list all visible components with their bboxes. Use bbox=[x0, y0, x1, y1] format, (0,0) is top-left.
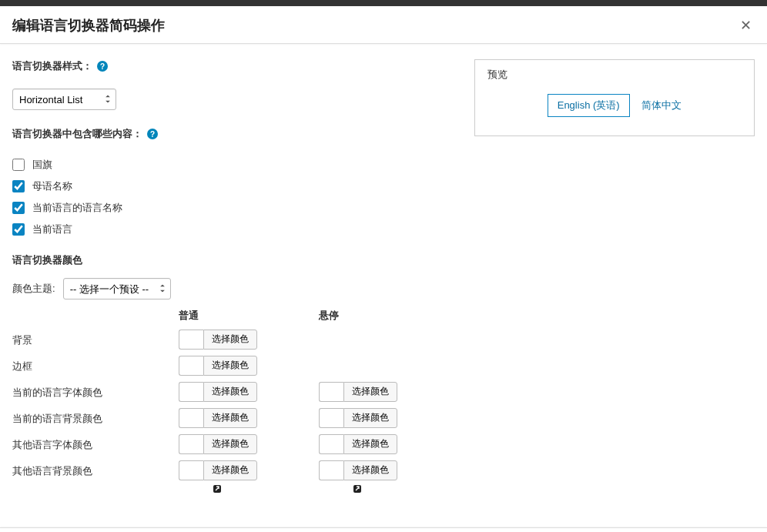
pick-color-button[interactable]: 选择颜色 bbox=[203, 460, 257, 480]
color-row-label: 当前的语言背景颜色 bbox=[12, 412, 179, 426]
reset-row bbox=[12, 484, 459, 498]
color-picker[interactable]: 选择颜色 bbox=[179, 408, 257, 428]
pick-color-button[interactable]: 选择颜色 bbox=[203, 330, 257, 350]
colors-title: 语言切换器颜色 bbox=[12, 253, 459, 267]
close-button[interactable]: ✕ bbox=[737, 14, 755, 37]
include-option-native: 母语名称 bbox=[12, 179, 459, 193]
preview-title: 预览 bbox=[487, 68, 742, 82]
color-swatch[interactable] bbox=[179, 434, 203, 454]
dialog: 编辑语言切换器简码操作 ✕ 语言切换器样式： ? Horizontal List bbox=[0, 6, 767, 532]
color-swatch[interactable] bbox=[179, 408, 203, 428]
color-cell-normal: 选择颜色 bbox=[179, 434, 319, 457]
color-cell-normal: 选择颜色 bbox=[179, 408, 319, 430]
color-row: 边框选择颜色 bbox=[12, 353, 459, 380]
color-swatch[interactable] bbox=[179, 330, 203, 350]
checkbox-flag[interactable] bbox=[12, 159, 25, 171]
reset-icon[interactable] bbox=[353, 484, 362, 496]
color-picker[interactable]: 选择颜色 bbox=[319, 434, 397, 454]
theme-select[interactable]: -- 选择一个预设 -- bbox=[63, 278, 171, 299]
pick-color-button[interactable]: 选择颜色 bbox=[203, 434, 257, 454]
theme-label: 颜色主题: bbox=[12, 282, 55, 296]
col-normal: 普通 bbox=[179, 309, 319, 323]
color-row-label: 当前的语言字体颜色 bbox=[12, 386, 179, 400]
color-row-label: 背景 bbox=[12, 333, 179, 347]
include-option-current: 当前语言 bbox=[12, 223, 459, 236]
help-icon[interactable]: ? bbox=[97, 61, 108, 72]
dialog-header: 编辑语言切换器简码操作 ✕ bbox=[0, 6, 767, 44]
style-select[interactable]: Horizontal List bbox=[12, 89, 116, 110]
color-cell-hover: 选择颜色 bbox=[319, 408, 459, 430]
close-icon: ✕ bbox=[740, 18, 752, 33]
preview-current-language[interactable]: English (英语) bbox=[548, 94, 630, 117]
checkbox-label: 当前语言的语言名称 bbox=[32, 201, 122, 215]
settings-column: 语言切换器样式： ? Horizontal List 语言切换器中包含哪些内容： bbox=[12, 59, 459, 515]
color-swatch[interactable] bbox=[319, 460, 343, 480]
color-swatch[interactable] bbox=[179, 382, 203, 402]
color-row: 背景选择颜色 bbox=[12, 327, 459, 353]
color-swatch[interactable] bbox=[179, 356, 203, 376]
pick-color-button[interactable]: 选择颜色 bbox=[343, 408, 397, 428]
color-swatch[interactable] bbox=[319, 382, 343, 402]
color-cell-normal: 选择颜色 bbox=[179, 382, 319, 404]
style-label: 语言切换器样式： bbox=[12, 59, 92, 73]
color-picker[interactable]: 选择颜色 bbox=[179, 434, 257, 454]
preview-languages: English (英语) 简体中文 bbox=[487, 94, 742, 117]
color-picker[interactable]: 选择颜色 bbox=[319, 408, 397, 428]
pick-color-button[interactable]: 选择颜色 bbox=[203, 356, 257, 376]
color-cell-hover: 选择颜色 bbox=[319, 382, 459, 404]
dialog-footer: 取消 保存 bbox=[0, 527, 767, 532]
color-row-label: 其他语言背景颜色 bbox=[12, 464, 179, 478]
help-icon[interactable]: ? bbox=[147, 129, 158, 139]
col-hover: 悬停 bbox=[319, 309, 459, 323]
color-row: 当前的语言背景颜色选择颜色选择颜色 bbox=[12, 406, 459, 432]
color-picker[interactable]: 选择颜色 bbox=[319, 460, 397, 480]
color-swatch[interactable] bbox=[319, 408, 343, 428]
color-row-label: 其他语言字体颜色 bbox=[12, 438, 179, 452]
color-row: 其他语言背景颜色选择颜色选择颜色 bbox=[12, 458, 459, 484]
color-picker[interactable]: 选择颜色 bbox=[179, 460, 257, 480]
color-cell-hover: 选择颜色 bbox=[319, 460, 459, 483]
color-cell-normal: 选择颜色 bbox=[179, 330, 319, 352]
pick-color-button[interactable]: 选择颜色 bbox=[343, 460, 397, 480]
pick-color-button[interactable]: 选择颜色 bbox=[343, 382, 397, 402]
color-row: 当前的语言字体颜色选择颜色选择颜色 bbox=[12, 380, 459, 406]
checkbox-current-lang-name[interactable] bbox=[12, 202, 25, 214]
checkbox-label: 当前语言 bbox=[32, 223, 72, 236]
preview-box: 预览 English (英语) 简体中文 bbox=[474, 59, 755, 136]
color-swatch[interactable] bbox=[179, 460, 203, 480]
colors-block: 语言切换器颜色 颜色主题: -- 选择一个预设 -- bbox=[12, 253, 459, 498]
color-swatch[interactable] bbox=[319, 434, 343, 454]
style-select-wrap: Horizontal List bbox=[12, 89, 116, 110]
include-label-row: 语言切换器中包含哪些内容： ? bbox=[12, 127, 158, 141]
checkbox-label: 国旗 bbox=[32, 158, 52, 172]
pick-color-button[interactable]: 选择颜色 bbox=[203, 408, 257, 428]
style-block: 语言切换器样式： ? Horizontal List bbox=[12, 59, 459, 110]
checkbox-label: 母语名称 bbox=[32, 179, 72, 193]
checkbox-current-lang[interactable] bbox=[12, 223, 25, 236]
theme-select-wrap: -- 选择一个预设 -- bbox=[63, 278, 171, 299]
include-option-current-name: 当前语言的语言名称 bbox=[12, 201, 459, 215]
color-picker[interactable]: 选择颜色 bbox=[179, 356, 257, 376]
color-picker[interactable]: 选择颜色 bbox=[319, 382, 397, 402]
color-cell-hover: 选择颜色 bbox=[319, 434, 459, 457]
include-block: 语言切换器中包含哪些内容： ? 国旗 母语名称 当前语言的语言名称 bbox=[12, 127, 459, 236]
color-picker[interactable]: 选择颜色 bbox=[179, 330, 257, 350]
color-row: 其他语言字体颜色选择颜色选择颜色 bbox=[12, 432, 459, 458]
preview-other-language[interactable]: 简体中文 bbox=[641, 99, 682, 111]
color-picker[interactable]: 选择颜色 bbox=[179, 382, 257, 402]
window-topbar bbox=[0, 0, 767, 6]
color-table-header: 普通 悬停 bbox=[12, 309, 459, 323]
pick-color-button[interactable]: 选择颜色 bbox=[343, 434, 397, 454]
pick-color-button[interactable]: 选择颜色 bbox=[203, 382, 257, 402]
dialog-title: 编辑语言切换器简码操作 bbox=[12, 16, 165, 35]
style-label-row: 语言切换器样式： ? bbox=[12, 59, 108, 73]
dialog-body: 语言切换器样式： ? Horizontal List 语言切换器中包含哪些内容： bbox=[0, 44, 767, 527]
color-cell-normal: 选择颜色 bbox=[179, 356, 319, 378]
include-option-flag: 国旗 bbox=[12, 158, 459, 172]
color-table: 普通 悬停 背景选择颜色边框选择颜色当前的语言字体颜色选择颜色选择颜色当前的语言… bbox=[12, 309, 459, 498]
reset-icon[interactable] bbox=[213, 484, 222, 496]
color-row-label: 边框 bbox=[12, 360, 179, 373]
color-cell-normal: 选择颜色 bbox=[179, 460, 319, 483]
include-label: 语言切换器中包含哪些内容： bbox=[12, 127, 142, 141]
checkbox-native-name[interactable] bbox=[12, 180, 25, 192]
